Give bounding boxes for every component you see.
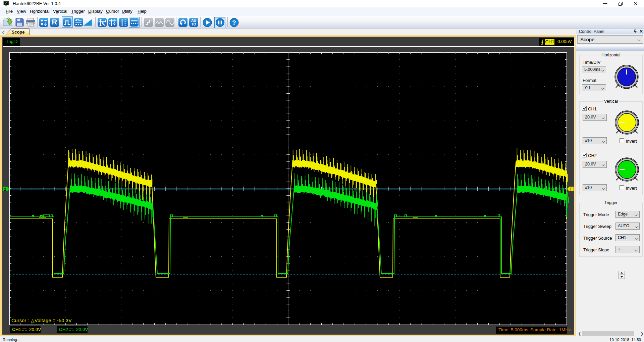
svg-text:T: T [570,187,572,192]
svg-text:2: 2 [4,187,6,192]
